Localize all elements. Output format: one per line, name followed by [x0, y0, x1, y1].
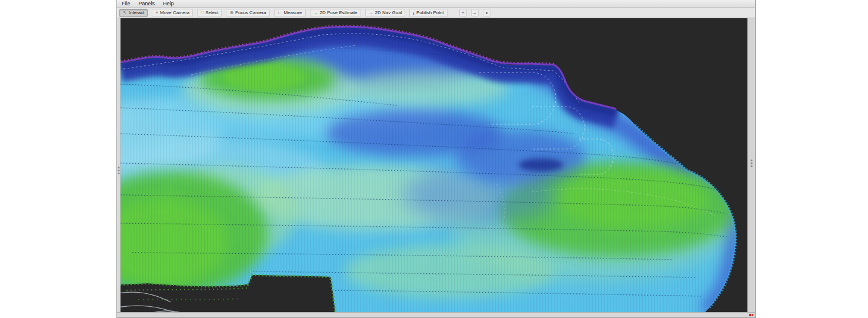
focus-camera-icon: ⊕ — [229, 11, 233, 15]
cursor-icon: ↖ — [123, 11, 127, 15]
pose-estimate-tool-label: 2D Pose Estimate — [320, 10, 358, 15]
select-tool-button[interactable]: □ Select — [197, 9, 222, 17]
pose-arrow-icon: → — [313, 11, 318, 15]
rviz-window: File Panels Help ↖ Interact + Move Camer… — [116, 0, 756, 318]
move-camera-icon: + — [155, 11, 158, 15]
move-camera-tool-label: Move Camera — [160, 10, 189, 15]
pose-estimate-tool-button[interactable]: → 2D Pose Estimate — [310, 9, 361, 17]
menu-panels[interactable]: Panels — [139, 1, 155, 6]
splitter-handle-icon — [118, 167, 119, 174]
menu-file[interactable]: File — [122, 1, 131, 6]
nav-goal-tool-button[interactable]: → 2D Nav Goal — [365, 9, 406, 17]
publish-point-pin-icon: ¡ — [413, 11, 415, 15]
splitter-handle-icon — [750, 160, 752, 167]
publish-point-tool-label: Publish Point — [416, 10, 444, 15]
focus-camera-tool-label: Focus Camera — [235, 10, 266, 15]
interact-tool-button[interactable]: ↖ Interact — [119, 9, 148, 17]
select-box-icon: □ — [201, 11, 203, 15]
tool-bar: ↖ Interact + Move Camera □ Select ⊕ Focu… — [117, 8, 755, 18]
move-camera-tool-button[interactable]: + Move Camera — [152, 9, 193, 17]
render-viewport[interactable] — [121, 18, 747, 313]
nav-goal-tool-label: 2D Nav Goal — [375, 10, 402, 15]
interact-tool-label: Interact — [129, 10, 145, 15]
select-tool-label: Select — [205, 10, 218, 15]
plus-icon: + — [462, 10, 465, 16]
menu-bar: File Panels Help — [117, 0, 755, 8]
remove-tool-button[interactable]: − — [471, 9, 479, 16]
resize-grip-icon[interactable] — [749, 314, 753, 316]
measure-tool-label: Measure — [283, 10, 302, 15]
tool-options-button[interactable]: ▪ — [483, 9, 490, 16]
add-tool-button[interactable]: + — [459, 9, 467, 16]
minus-icon: − — [473, 10, 476, 16]
right-panel-splitter[interactable] — [747, 18, 755, 312]
nav-goal-arrow-icon: → — [369, 11, 373, 15]
measure-icon: ∟ — [278, 11, 282, 15]
focus-camera-tool-button[interactable]: ⊕ Focus Camera — [226, 9, 269, 17]
menu-help[interactable]: Help — [163, 1, 174, 6]
measure-tool-button[interactable]: ∟ Measure — [274, 9, 306, 17]
publish-point-tool-button[interactable]: ¡ Publish Point — [409, 9, 447, 17]
pointcloud-heightmap — [121, 18, 747, 313]
square-icon: ▪ — [486, 10, 488, 16]
status-bar — [117, 312, 755, 317]
